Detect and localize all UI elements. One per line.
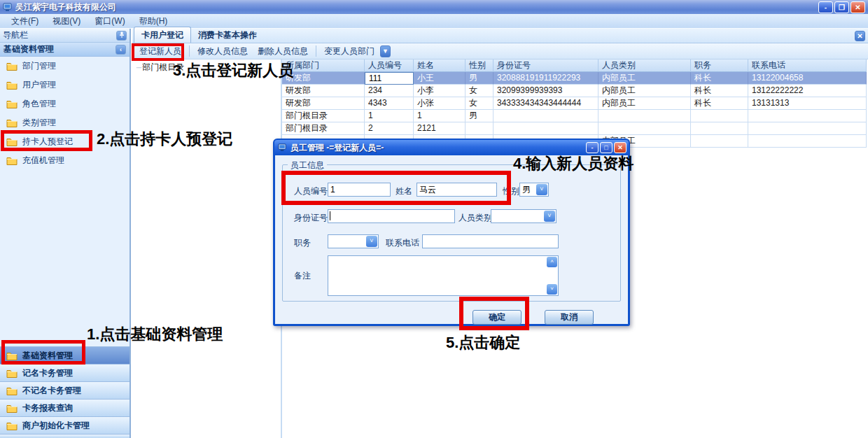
cell[interactable]	[691, 122, 748, 135]
menu-file[interactable]: 文件(F)	[4, 14, 46, 29]
col-duty[interactable]: 职务	[691, 59, 748, 72]
toolbar: 登记新人员 修改人员信息 删除人员信息 变更人员部门 ▼	[132, 43, 868, 59]
cell[interactable]	[493, 110, 598, 122]
tab-close-icon[interactable]: ✕	[855, 31, 865, 41]
table-row[interactable]: 部门根目录 1 1 男	[282, 110, 868, 122]
dialog-close-button[interactable]: ✕	[614, 142, 626, 153]
folder-icon	[6, 369, 18, 378]
gender-combo[interactable]: 男 ˅	[519, 183, 549, 197]
cell[interactable]: 13122004658	[748, 72, 867, 85]
modify-person-button[interactable]: 修改人员信息	[193, 44, 252, 59]
table-row[interactable]: 研发部 111 小王 男 320888191911922293 内部员工 科长 …	[282, 72, 868, 85]
sidebar-item-user[interactable]: 用户管理	[0, 76, 130, 94]
table-row[interactable]: 研发部 4343 小张 女 343333434343444444 内部员工 科长…	[282, 97, 868, 110]
col-person-type[interactable]: 人员类别	[598, 59, 691, 72]
cell[interactable]: 小王	[414, 72, 465, 85]
chevron-down-icon[interactable]: ˅	[536, 184, 547, 195]
col-phone[interactable]: 联系电话	[748, 59, 867, 72]
cell[interactable]: 1	[414, 110, 465, 122]
tab-consume-card-ops[interactable]: 消费卡基本操作	[191, 27, 264, 43]
pin-icon[interactable]	[116, 31, 127, 41]
dialog-minimize-button[interactable]: -	[586, 142, 598, 153]
person-type-combo[interactable]: ˅	[491, 209, 556, 223]
minimize-button[interactable]: -	[818, 1, 833, 13]
group-anonymous-card[interactable]: 不记名卡务管理	[0, 381, 130, 399]
cell[interactable]: 小李	[414, 85, 465, 97]
cell[interactable]	[493, 122, 598, 135]
cell[interactable]	[691, 135, 748, 148]
col-id-card[interactable]: 身份证号	[493, 59, 598, 72]
col-name[interactable]: 姓名	[414, 59, 465, 72]
cell[interactable]: 320888191911922293	[493, 72, 598, 85]
tab-card-user-register[interactable]: 卡用户登记	[134, 27, 191, 43]
cell[interactable]	[748, 122, 867, 135]
delete-person-button[interactable]: 删除人员信息	[253, 44, 312, 59]
id-card-field[interactable]	[328, 209, 455, 223]
dialog-maximize-button[interactable]: □	[600, 142, 612, 153]
step1-highlight-box	[1, 340, 85, 365]
table-row[interactable]: 研发部 234 小李 女 32099399939393 内部员工 科长 1312…	[282, 85, 868, 97]
cell[interactable]	[691, 110, 748, 122]
cell[interactable]: 科长	[691, 97, 748, 110]
menu-view[interactable]: 视图(V)	[46, 14, 88, 29]
cell-editor[interactable]: 111	[365, 72, 414, 85]
cell[interactable]	[598, 110, 691, 122]
cell[interactable]: 小张	[414, 97, 465, 110]
sidebar-item-department[interactable]: 部门管理	[0, 57, 130, 76]
cell[interactable]	[748, 110, 867, 122]
sidebar-item-recharge-machine[interactable]: 充值机管理	[0, 151, 130, 170]
cell[interactable]: 2	[365, 122, 414, 135]
cancel-button[interactable]: 取消	[545, 310, 594, 325]
close-button[interactable]: ✕	[850, 1, 865, 13]
group-partial	[0, 434, 130, 438]
chevron-down-icon[interactable]: ▼	[380, 45, 391, 57]
cell[interactable]: 234	[365, 85, 414, 97]
cell[interactable]: 内部员工	[598, 97, 691, 110]
cell[interactable]: 科长	[691, 72, 748, 85]
table-row[interactable]: 部门根目录 2 2121	[282, 122, 868, 135]
cell[interactable]: 内部员工	[598, 85, 691, 97]
scroll-up-icon[interactable]: ˄	[547, 257, 557, 267]
cell[interactable]: 女	[465, 85, 493, 97]
restore-button[interactable]: ❐	[834, 1, 849, 13]
chevron-down-icon[interactable]: ˅	[544, 211, 555, 222]
cell[interactable]: 部门根目录	[282, 110, 365, 122]
cell[interactable]: 13122222222	[748, 85, 867, 97]
cell[interactable]: 4343	[365, 97, 414, 110]
cell[interactable]: 男	[465, 110, 493, 122]
remark-field[interactable]	[328, 255, 559, 296]
duty-combo[interactable]: ˅	[328, 234, 379, 248]
col-gender[interactable]: 性别	[465, 59, 493, 72]
folder-icon	[6, 80, 18, 90]
cell[interactable]	[465, 122, 493, 135]
cell[interactable]: 研发部	[282, 85, 365, 97]
cell[interactable]: 研发部	[282, 97, 365, 110]
col-emp-no[interactable]: 人员编号	[365, 59, 414, 72]
group-merchant-init-card[interactable]: 商户初始化卡管理	[0, 416, 130, 434]
dialog-title: 员工管理 -=登记新人员=-	[290, 142, 384, 154]
cell[interactable]	[748, 135, 867, 148]
sidebar-item-role[interactable]: 角色管理	[0, 94, 130, 113]
chevron-down-icon[interactable]: ˅	[366, 236, 377, 247]
collapse-icon[interactable]: ‹	[115, 45, 126, 55]
cell[interactable]	[598, 122, 691, 135]
cell[interactable]: 研发部	[282, 72, 365, 85]
phone-field[interactable]	[422, 234, 559, 248]
scroll-down-icon[interactable]: ˅	[547, 284, 557, 295]
cell[interactable]: 13131313	[748, 97, 867, 110]
cell[interactable]: 男	[465, 72, 493, 85]
group-card-report[interactable]: 卡务报表查询	[0, 399, 130, 416]
cell[interactable]: 女	[465, 97, 493, 110]
group-named-card[interactable]: 记名卡务管理	[0, 364, 130, 381]
cell[interactable]: 1	[365, 110, 414, 122]
cell[interactable]: 科长	[691, 85, 748, 97]
cell[interactable]: 内部员工	[598, 72, 691, 85]
cell[interactable]: 32099399939393	[493, 85, 598, 97]
cell[interactable]: 部门根目录	[282, 122, 365, 135]
menu-window[interactable]: 窗口(W)	[88, 14, 132, 29]
cell[interactable]: 2121	[414, 122, 465, 135]
change-department-button[interactable]: 变更人员部门	[320, 44, 379, 59]
col-department[interactable]: 所属部门	[282, 59, 365, 72]
cell[interactable]: 343333434343444444	[493, 97, 598, 110]
group-label: 不记名卡务管理	[22, 385, 81, 397]
